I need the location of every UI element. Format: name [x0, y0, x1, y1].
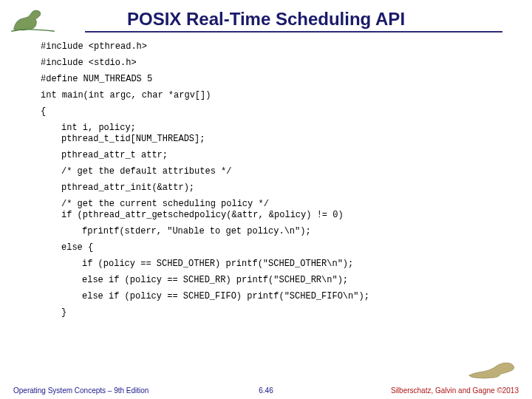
code-line: pthread_attr_init(&attr); — [41, 183, 502, 194]
footer-page-number: 6.46 — [259, 386, 273, 395]
slide-title: POSIX Real-Time Scheduling API — [15, 6, 517, 30]
code-line: pthread_t_tid[NUM_THREADS]; — [61, 134, 502, 145]
code-line: pthread_attr_t attr; — [41, 150, 502, 161]
code-line: fprintf(stderr, "Unable to get policy.\n… — [41, 226, 502, 237]
code-block: /* get the current scheduling policy */ … — [41, 199, 502, 221]
slide: POSIX Real-Time Scheduling API #include … — [0, 0, 532, 399]
code-line: else { — [41, 242, 502, 253]
code-line: if (policy == SCHED_OTHER) printf("SCHED… — [41, 259, 502, 270]
code-line: else if (policy == SCHED_RR) printf("SCH… — [41, 275, 502, 286]
dinosaur-left-icon — [9, 4, 57, 34]
footer-left: Operating System Concepts – 9th Edition — [13, 386, 149, 395]
code-content: #include <pthread.h> #include <stdio.h> … — [0, 35, 532, 318]
code-line: else if (policy == SCHED_FIFO) printf("S… — [41, 291, 502, 302]
code-line: int i, policy; — [61, 123, 502, 134]
code-line: if (pthread_attr_getschedpolicy(&attr, &… — [61, 210, 502, 221]
footer: Operating System Concepts – 9th Edition … — [0, 386, 532, 395]
dinosaur-right-icon — [464, 353, 523, 383]
code-line: } — [41, 307, 502, 318]
code-line: #include <stdio.h> — [41, 58, 502, 69]
title-underline — [85, 31, 502, 33]
code-line: /* get the current scheduling policy */ — [61, 199, 502, 210]
code-line: int main(int argc, char *argv[]) — [41, 90, 502, 101]
code-line: { — [41, 106, 502, 117]
code-block: int i, policy; pthread_t_tid[NUM_THREADS… — [41, 123, 502, 145]
header: POSIX Real-Time Scheduling API — [0, 0, 532, 35]
code-line: #define NUM_THREADS 5 — [41, 74, 502, 85]
code-line: #include <pthread.h> — [41, 41, 502, 52]
code-line: /* get the default attributes */ — [41, 166, 502, 177]
footer-right: Silberschatz, Galvin and Gagne ©2013 — [391, 386, 519, 395]
